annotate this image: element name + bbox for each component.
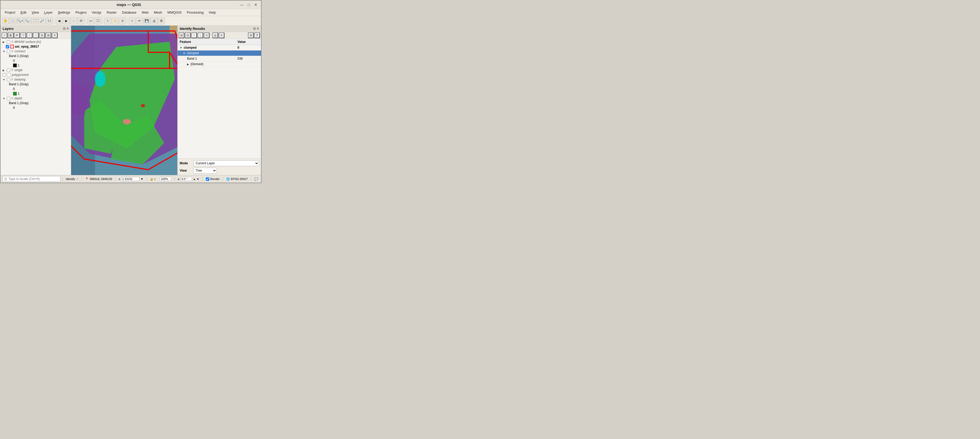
identify-copy-btn[interactable]: ⎘ [204, 32, 210, 38]
status-sep1 [62, 177, 63, 181]
remove-all-btn[interactable]: ✕ [52, 32, 57, 38]
lowlying-grid-icon: ⠿ [11, 78, 13, 81]
identify-restore-btn[interactable]: ⊡ [253, 27, 256, 30]
measure-tool[interactable]: 📏 [112, 17, 118, 24]
identify-row-clumped-root[interactable]: ▼ clumped 0 [178, 45, 261, 51]
zoom-input[interactable] [160, 177, 171, 181]
scale-dropdown-icon[interactable]: ▼ [140, 177, 143, 181]
identify-settings-btn[interactable]: ⚙ [248, 32, 254, 38]
menubar: Project Edit View Layer Settings Plugins… [0, 9, 261, 16]
scale-input[interactable] [121, 177, 139, 181]
identify-up-btn[interactable]: ↑ [191, 32, 197, 38]
menu-plugins[interactable]: Plugins [73, 10, 89, 15]
map-canvas-area[interactable] [71, 25, 177, 175]
identify-row-band1[interactable]: Band 1 538 [178, 56, 261, 62]
layer-connect[interactable]: ▼ ⠿ connect [0, 49, 71, 54]
zoom-next[interactable]: ▶ [63, 17, 70, 24]
save-layer[interactable]: 💾 [143, 17, 150, 24]
identify-clear-btn[interactable]: ✕ [219, 32, 224, 38]
identify-tool[interactable]: i [104, 17, 111, 24]
layers-close-btn[interactable]: ✕ [67, 27, 69, 30]
maximize-button[interactable]: □ [247, 3, 251, 7]
zoom-select[interactable]: 🔎 [39, 17, 46, 24]
add-layer[interactable]: + [129, 17, 135, 24]
connect-checkbox[interactable] [7, 50, 10, 53]
close-button[interactable]: ✕ [253, 3, 258, 7]
zoom-in-tool[interactable]: 🔍+ [17, 17, 24, 24]
zoom-prev[interactable]: ◀ [56, 17, 62, 24]
zoom-out-tool[interactable]: 🔍- [24, 17, 31, 24]
menu-edit[interactable]: Edit [18, 10, 28, 15]
menu-settings[interactable]: Settings [56, 10, 72, 15]
depth-checkbox[interactable] [7, 97, 10, 100]
identify-collapse-btn[interactable]: ⊟ [185, 32, 191, 38]
aoi-checkbox[interactable] [6, 45, 9, 48]
mode-select[interactable]: Current Layer All Layers Top Down Select… [193, 161, 259, 166]
layers-restore-btn[interactable]: ⊡ [63, 27, 65, 30]
menu-raster[interactable]: Raster [105, 10, 119, 15]
menu-help[interactable]: Help [207, 10, 218, 15]
identify-down-btn[interactable]: ↓ [197, 32, 203, 38]
connect-grid-icon: ⠿ [11, 50, 13, 53]
expand-all-btn[interactable]: ⊞ [46, 32, 51, 38]
layer-lowlying[interactable]: ▼ ⠿ lowlying [0, 77, 71, 82]
layer-down-btn[interactable]: ↓ [33, 32, 39, 38]
locate-search-input[interactable] [3, 176, 60, 182]
rotation-spinup[interactable]: ▲ [193, 178, 196, 181]
identify-row-clumped-selected[interactable]: ▼ clumped [178, 51, 261, 56]
render-checkbox[interactable] [206, 177, 209, 181]
print[interactable]: 🖨 [151, 17, 158, 24]
identify-print-btn[interactable]: 🖨 [212, 32, 218, 38]
single-checkbox[interactable] [7, 68, 10, 72]
identify-expand-btn[interactable]: ⊞ [179, 32, 185, 38]
identify-close-btn[interactable]: ✕ [256, 27, 259, 30]
layer-single[interactable]: ▶ ⠿ single [0, 68, 71, 72]
layer-depth[interactable]: ▼ ⠿ depth [0, 96, 71, 101]
menu-database[interactable]: Database [120, 10, 138, 15]
add-layer-btn[interactable]: + [2, 32, 7, 38]
connect-0-item: 0 [0, 58, 71, 63]
layer-btn[interactable]: ☰ [119, 17, 126, 24]
menu-layer[interactable]: Layer [42, 10, 55, 15]
menu-view[interactable]: View [30, 10, 41, 15]
layer-polygonized[interactable]: polygonized [0, 72, 71, 77]
connect-0-label: 0 [13, 59, 15, 62]
identify-help-btn[interactable]: ? [254, 32, 260, 38]
menu-web[interactable]: Web [140, 10, 151, 15]
layer-mhhw[interactable]: ▶ ⠿ MHHW surface [m] [0, 40, 71, 44]
status-chat-btn[interactable]: 💬 [253, 176, 259, 182]
view-select[interactable]: Tree Table [193, 168, 217, 173]
menu-processing[interactable]: Processing [185, 10, 205, 15]
lowlying-checkbox[interactable] [7, 78, 10, 81]
digitize[interactable]: ✏ [136, 17, 143, 24]
filter-layer-btn[interactable]: ▽ [21, 32, 26, 38]
menu-vector[interactable]: Vector [90, 10, 103, 15]
rotation-input[interactable] [180, 177, 192, 181]
identify-toolbar: ⊞ ⊟ ↑ ↓ ⎘ 🖨 ✕ ⚙ ? [178, 32, 261, 39]
layer-aoi[interactable]: aoi_epsg_26917 [0, 44, 71, 49]
collapse-all-btn[interactable]: ⊟ [39, 32, 45, 38]
pan-map[interactable]: ↔ [70, 17, 77, 24]
layers-toolbar: + 🗑 👁 ▽ ↑ ↓ ⊟ ⊞ ✕ [0, 32, 71, 39]
menu-mesh[interactable]: Mesh [152, 10, 164, 15]
connect-expand-arrow: ▼ [3, 50, 6, 53]
identify-row-derived[interactable]: ▶ (Derived) [178, 62, 261, 67]
remove-layer-btn[interactable]: 🗑 [8, 32, 14, 38]
crs-item[interactable]: 🌐 EPSG:26917 [225, 177, 249, 181]
layer-up-btn[interactable]: ↑ [27, 32, 32, 38]
zoom-native[interactable]: 1:1 [46, 17, 53, 24]
menu-project[interactable]: Project [3, 10, 17, 15]
mhhw-checkbox[interactable] [7, 40, 10, 44]
toggle-visibility-btn[interactable]: 👁 [14, 32, 20, 38]
refresh[interactable]: ⟳ [78, 17, 84, 24]
polygonized-checkbox[interactable] [3, 73, 6, 77]
rotation-spindown[interactable]: ▼ [197, 178, 199, 181]
minimize-button[interactable]: — [239, 3, 245, 7]
menu-mmqgis[interactable]: MMQGIS [165, 10, 184, 15]
select-by-area[interactable]: ▭ [88, 17, 94, 24]
deselect[interactable]: ☐ [95, 17, 102, 24]
pan-tool[interactable]: ✋ [2, 17, 9, 24]
zoom-full[interactable]: ⛶ [31, 17, 38, 24]
settings-btn[interactable]: ⚙ [158, 17, 165, 24]
select-tool[interactable]: ⬚ [10, 17, 16, 24]
